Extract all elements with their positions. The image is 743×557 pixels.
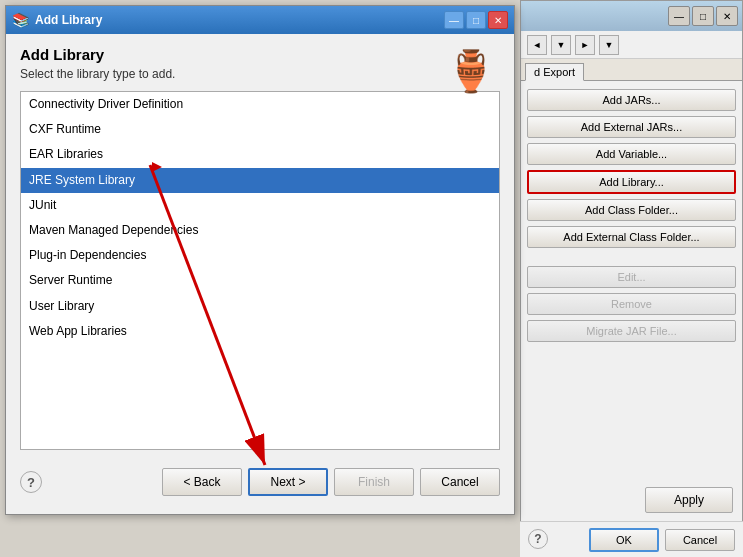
nav-back-btn[interactable]: ◄ [527, 35, 547, 55]
bg-cancel-button[interactable]: Cancel [665, 529, 735, 551]
dialog-minimize-btn[interactable]: — [444, 11, 464, 29]
edit-button[interactable]: Edit... [527, 266, 736, 288]
add-external-class-folder-button[interactable]: Add External Class Folder... [527, 226, 736, 248]
add-jars-button[interactable]: Add JARs... [527, 89, 736, 111]
dialog-buttons: ? < Back Next > Finish Cancel [20, 462, 500, 502]
dialog-title-controls: — □ ✕ [444, 11, 508, 29]
next-button[interactable]: Next > [248, 468, 328, 496]
add-library-dialog: 📚 Add Library — □ ✕ Add Library Select t… [5, 5, 515, 515]
library-item-ear[interactable]: EAR Libraries [21, 142, 499, 167]
bg-bottom-bar: OK Cancel [520, 521, 743, 557]
migrate-jar-button[interactable]: Migrate JAR File... [527, 320, 736, 342]
bg-minimize-btn[interactable]: — [668, 6, 690, 26]
bg-help-icon[interactable]: ? [528, 529, 548, 549]
bg-titlebar: — □ ✕ [521, 1, 742, 31]
library-item-maven[interactable]: Maven Managed Dependencies [21, 218, 499, 243]
apply-area: Apply [533, 487, 733, 513]
background-window: — □ ✕ ◄ ▼ ► ▼ d Export Add JARs... Add E… [520, 0, 743, 557]
dialog-heading: Add Library [20, 46, 500, 63]
ok-button[interactable]: OK [589, 528, 659, 552]
bg-content: Add JARs... Add External JARs... Add Var… [521, 81, 742, 350]
dialog-close-btn[interactable]: ✕ [488, 11, 508, 29]
back-button[interactable]: < Back [162, 468, 242, 496]
library-item-server[interactable]: Server Runtime [21, 268, 499, 293]
add-library-button[interactable]: Add Library... [527, 170, 736, 194]
dialog-body: Add Library Select the library type to a… [6, 34, 514, 514]
dialog-title-area: 📚 Add Library [12, 12, 102, 28]
library-item-plugin[interactable]: Plug-in Dependencies [21, 243, 499, 268]
library-item-webapp[interactable]: Web App Libraries [21, 319, 499, 344]
cancel-button[interactable]: Cancel [420, 468, 500, 496]
bg-tabs: d Export [521, 59, 742, 81]
library-item-user[interactable]: User Library [21, 294, 499, 319]
library-item-junit[interactable]: JUnit [21, 193, 499, 218]
add-class-folder-button[interactable]: Add Class Folder... [527, 199, 736, 221]
dialog-subtitle: Select the library type to add. [20, 67, 500, 81]
finish-button[interactable]: Finish [334, 468, 414, 496]
dialog-btn-group: < Back Next > Finish Cancel [162, 468, 500, 496]
bg-maximize-btn[interactable]: □ [692, 6, 714, 26]
dialog-titlebar: 📚 Add Library — □ ✕ [6, 6, 514, 34]
dialog-help-icon[interactable]: ? [20, 471, 42, 493]
nav-forward-btn[interactable]: ► [575, 35, 595, 55]
library-list[interactable]: Connectivity Driver Definition CXF Runti… [20, 91, 500, 450]
bg-close-btn[interactable]: ✕ [716, 6, 738, 26]
dialog-maximize-btn[interactable]: □ [466, 11, 486, 29]
library-item-connectivity[interactable]: Connectivity Driver Definition [21, 92, 499, 117]
add-external-jars-button[interactable]: Add External JARs... [527, 116, 736, 138]
dialog-title-icon: 📚 [12, 12, 29, 28]
library-item-jre[interactable]: JRE System Library [21, 168, 499, 193]
add-variable-button[interactable]: Add Variable... [527, 143, 736, 165]
tab-export[interactable]: d Export [525, 63, 584, 81]
nav-back-dropdown[interactable]: ▼ [551, 35, 571, 55]
bg-nav-bar: ◄ ▼ ► ▼ [521, 31, 742, 59]
nav-forward-dropdown[interactable]: ▼ [599, 35, 619, 55]
dialog-title-text: Add Library [35, 13, 102, 27]
apply-button[interactable]: Apply [645, 487, 733, 513]
library-item-cxf[interactable]: CXF Runtime [21, 117, 499, 142]
remove-button[interactable]: Remove [527, 293, 736, 315]
library-icon: 🏺 [446, 48, 496, 95]
